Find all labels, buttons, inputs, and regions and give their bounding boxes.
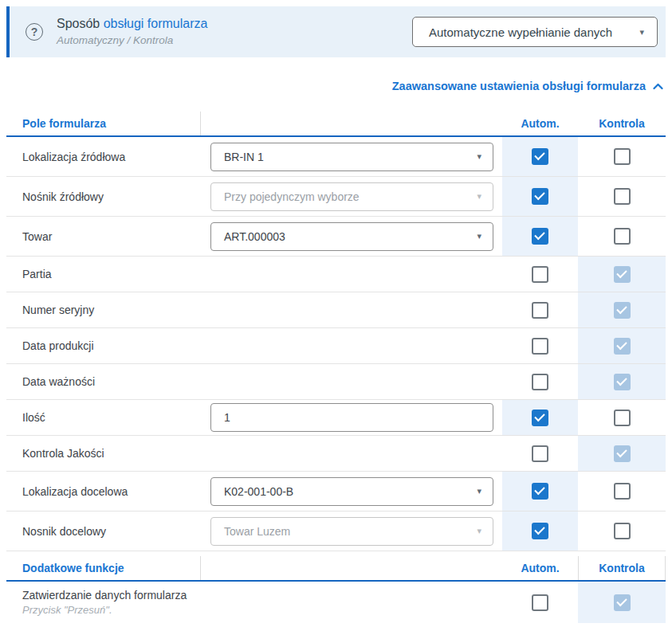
kontrola-checkbox[interactable] [614, 148, 631, 165]
autom-checkbox[interactable] [532, 445, 548, 462]
table-row: Data ważności [6, 364, 666, 400]
help-icon[interactable]: ? [26, 23, 43, 41]
header-autom-column: Autom. [502, 556, 578, 580]
select-value: K02-001-00-B [224, 485, 293, 498]
table-row: Partia [6, 257, 666, 292]
form-mode-select-value: Automatyczne wypełnianie danych [429, 25, 612, 39]
autom-checkbox[interactable] [532, 338, 548, 355]
select-value: BR-IN 1 [224, 151, 264, 163]
select-value: ART.000003 [224, 230, 285, 243]
field-label: Data produkcji [6, 328, 201, 363]
field-label: Data ważności [6, 364, 201, 399]
source-carrier-select: Przy pojedynczym wyborze ▾ [210, 182, 493, 211]
table-row: Numer seryjny [6, 292, 666, 328]
header-input-column [201, 112, 502, 135]
autom-checkbox[interactable] [532, 410, 548, 426]
table-row: Data produkcji [6, 328, 666, 364]
autom-checkbox[interactable] [532, 266, 548, 283]
target-carrier-select: Towar Luzem ▾ [210, 517, 493, 546]
kontrola-checkbox [614, 338, 631, 355]
table-row: Lokalizacja docelowa K02-001-00-B ▾ [6, 472, 666, 511]
advanced-settings-label: Zaawansowane ustawienia obsługi formular… [392, 80, 646, 92]
autom-checkbox[interactable] [532, 483, 548, 500]
item-select[interactable]: ART.000003 ▾ [210, 222, 493, 251]
kontrola-checkbox[interactable] [614, 188, 631, 205]
header-kontrola-column: Kontrola [578, 556, 666, 580]
select-placeholder: Przy pojedynczym wyborze [224, 190, 360, 203]
field-label: Towar [6, 217, 201, 256]
field-label: Lokalizacja docelowa [6, 472, 201, 511]
kontrola-checkbox[interactable] [614, 410, 631, 426]
field-label: Numer seryjny [6, 292, 201, 327]
field-label: Lokalizacja źródłowa [6, 137, 201, 176]
table-row: Ilość 1 [6, 400, 666, 436]
chevron-down-icon: ▾ [477, 192, 481, 201]
form-mode-banner: ? Sposób obsługi formularza Automatyczny… [6, 6, 666, 57]
table-row: Zatwierdzanie danych formularza Przycisk… [6, 582, 666, 623]
extra-functions-header: Dodatkowe funkcje Autom. Kontrola [6, 556, 666, 582]
kontrola-checkbox [614, 302, 631, 319]
field-label: Ilość [6, 400, 201, 435]
form-mode-select[interactable]: Automatyczne wypełnianie danych ▾ [412, 17, 658, 47]
extra-row-sublabel: Przycisk "Przesuń". [22, 604, 502, 616]
banner-text: Sposób obsługi formularza Automatyczny /… [57, 16, 207, 48]
chevron-down-icon: ▾ [639, 28, 644, 37]
table-row: Towar ART.000003 ▾ [6, 217, 666, 257]
banner-title: Sposób obsługi formularza [57, 16, 207, 32]
autom-checkbox[interactable] [532, 302, 548, 319]
autom-checkbox[interactable] [532, 594, 548, 611]
banner-title-link[interactable]: obsługi formularza [104, 17, 208, 30]
source-location-select[interactable]: BR-IN 1 ▾ [210, 143, 493, 171]
autom-checkbox[interactable] [532, 374, 548, 390]
header-extra-title: Dodatkowe funkcje [6, 556, 201, 580]
chevron-down-icon: ▾ [477, 152, 481, 161]
banner-subtitle: Automatyczny / Kontrola [57, 34, 207, 48]
kontrola-checkbox [614, 266, 631, 283]
chevron-up-icon [653, 83, 663, 90]
header-autom-column: Autom. [502, 112, 578, 135]
kontrola-checkbox[interactable] [614, 483, 631, 500]
table-row: Lokalizacja źródłowa BR-IN 1 ▾ [6, 137, 666, 177]
field-label: Nośnik źródłowy [6, 177, 201, 216]
advanced-settings-link[interactable]: Zaawansowane ustawienia obsługi formular… [6, 78, 666, 94]
kontrola-checkbox [614, 594, 631, 611]
page: ? Sposób obsługi formularza Automatyczny… [0, 0, 672, 629]
form-fields-table-header: Pole formularza Autom. Kontrola [6, 112, 666, 137]
header-kontrola-column: Kontrola [578, 112, 666, 135]
autom-checkbox[interactable] [532, 148, 548, 165]
autom-checkbox[interactable] [532, 523, 548, 539]
autom-checkbox[interactable] [532, 188, 548, 205]
field-label: Kontrola Jakości [6, 436, 201, 471]
kontrola-checkbox[interactable] [614, 523, 631, 539]
table-row: Nosnik docelowy Towar Luzem ▾ [6, 511, 666, 551]
target-location-select[interactable]: K02-001-00-B ▾ [210, 477, 493, 506]
kontrola-checkbox [614, 445, 631, 462]
table-row: Kontrola Jakości [6, 436, 666, 472]
table-row: Nośnik źródłowy Przy pojedynczym wyborze… [6, 177, 666, 217]
chevron-down-icon: ▾ [477, 232, 481, 241]
header-input-column [201, 556, 502, 580]
chevron-down-icon: ▾ [477, 527, 481, 535]
field-label: Partia [6, 257, 201, 292]
banner-title-plain: Sposób [57, 17, 100, 30]
form-fields-table: Pole formularza Autom. Kontrola Lokaliza… [6, 112, 666, 623]
field-label: Nosnik docelowy [6, 511, 201, 551]
kontrola-checkbox[interactable] [614, 228, 631, 245]
input-value: 1 [224, 411, 230, 424]
kontrola-checkbox [614, 374, 631, 390]
autom-checkbox[interactable] [532, 228, 548, 245]
header-field-column: Pole formularza [6, 112, 201, 135]
quantity-input[interactable]: 1 [210, 403, 493, 432]
chevron-down-icon: ▾ [477, 487, 481, 496]
select-placeholder: Towar Luzem [224, 525, 290, 538]
extra-row-label: Zatwierdzanie danych formularza [22, 589, 502, 602]
